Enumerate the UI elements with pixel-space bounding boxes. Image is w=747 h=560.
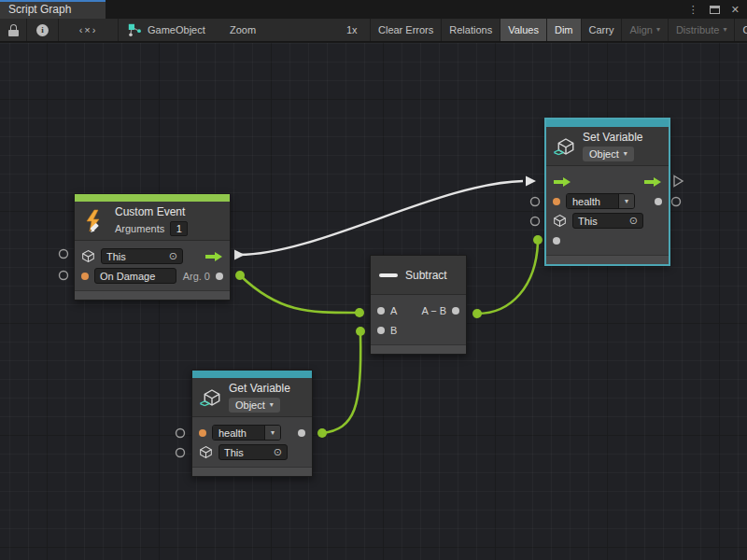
port-row-a: A A − B [371, 301, 466, 320]
gameobject-reference[interactable]: GameObject [119, 19, 223, 41]
scope-value: Object [589, 148, 619, 160]
overview-button[interactable]: Overview [735, 19, 747, 41]
node-title: Custom Event [115, 205, 188, 218]
field-value: This [578, 216, 598, 227]
variable-name-value: health [567, 194, 618, 208]
port-row-name: health ▾ [546, 191, 669, 211]
relations-button[interactable]: Relations [442, 19, 500, 41]
external-port-circle[interactable] [60, 272, 68, 280]
node-ports: health ▾ This ⊙ [546, 166, 669, 255]
maximize-icon[interactable] [710, 6, 720, 14]
external-flow-port-triangle[interactable] [674, 176, 683, 187]
flow-out-arrow-icon[interactable] [643, 176, 662, 188]
button-label: Dim [555, 24, 573, 35]
flow-out-arrow-icon[interactable] [204, 251, 223, 262]
align-button[interactable]: Align ▾ [622, 19, 668, 41]
code-view-button[interactable]: ‹×› [59, 19, 119, 41]
toolbar-buttons: Clear Errors Relations Values Dim Carry … [370, 19, 747, 41]
gameobject-cube-icon [199, 445, 213, 459]
name-port[interactable] [553, 198, 560, 205]
subtract-icon [379, 273, 398, 277]
scope-value: Object [235, 399, 265, 411]
node-title: Get Variable [229, 382, 290, 395]
node-custom-event[interactable]: Custom Event Arguments 1 This ⊙ [74, 193, 231, 301]
unity-graph-window: Script Graph ⋮ ✕ i ‹×› [0, 0, 747, 560]
arguments-count-field[interactable]: 1 [170, 221, 188, 236]
clear-errors-button[interactable]: Clear Errors [370, 19, 442, 41]
target-object-field[interactable]: This ⊙ [218, 444, 288, 460]
node-set-variable[interactable]: <> Set Variable Object ▾ [545, 119, 669, 265]
value-input-port[interactable] [553, 237, 560, 245]
variable-icon: <> [201, 388, 221, 407]
variable-name-dropdown[interactable]: health ▾ [212, 425, 281, 441]
lock-button[interactable] [0, 19, 27, 41]
variable-name-value: health [213, 426, 264, 440]
value-wire-getvariable-to-subtract-b[interactable] [322, 334, 360, 433]
wire-dot[interactable] [356, 327, 365, 336]
external-port-circle[interactable] [531, 217, 540, 226]
tab-script-graph[interactable]: Script Graph [0, 0, 106, 19]
wire-dot[interactable] [355, 308, 364, 317]
target-object-field[interactable]: This ⊙ [101, 248, 183, 264]
flow-wire-customevent-to-setvariable[interactable] [239, 181, 523, 255]
output-port[interactable] [452, 307, 459, 315]
value-wire-subtract-to-setvariable[interactable] [477, 243, 538, 314]
variable-scope-dropdown[interactable]: Object ▾ [583, 147, 634, 161]
object-picker-icon[interactable]: ⊙ [629, 216, 638, 226]
gameobject-label: GameObject [148, 24, 205, 35]
button-label: Overview [742, 24, 747, 35]
port-row-target: This ⊙ [192, 442, 312, 462]
external-port-circle[interactable] [176, 449, 185, 457]
value-output-port[interactable] [655, 198, 662, 205]
flow-port-out-custom-event[interactable] [234, 250, 245, 260]
external-port-circle[interactable] [672, 198, 681, 206]
node-header: <> Set Variable Object ▾ [546, 127, 669, 166]
node-ports: health ▾ This ⊙ [192, 417, 312, 467]
event-port[interactable] [81, 273, 89, 280]
value-output-port[interactable] [298, 429, 305, 437]
flow-port-in-set-variable[interactable] [526, 176, 536, 187]
field-value: This [224, 447, 244, 458]
wire-dot[interactable] [317, 428, 327, 438]
button-label: Carry [589, 24, 614, 35]
node-title: Subtract [405, 269, 447, 282]
value-wire-arg0-to-subtract-a[interactable] [240, 275, 358, 313]
input-b-port[interactable] [377, 327, 385, 334]
flow-in-arrow-icon[interactable] [553, 176, 571, 188]
info-button[interactable]: i [27, 19, 59, 41]
external-port-circle[interactable] [176, 429, 185, 438]
name-port[interactable] [199, 429, 206, 437]
node-footer [192, 467, 312, 476]
node-color-bar [75, 194, 230, 202]
external-port-circle[interactable] [60, 250, 68, 259]
button-label: Values [508, 24, 539, 35]
variable-scope-dropdown[interactable]: Object ▾ [229, 398, 280, 413]
arg0-output-port[interactable] [216, 273, 223, 280]
close-icon[interactable]: ✕ [731, 4, 740, 16]
menu-dots-icon[interactable]: ⋮ [688, 4, 698, 16]
graph-canvas[interactable]: Custom Event Arguments 1 This ⊙ [0, 43, 747, 560]
wire-dot[interactable] [533, 235, 543, 245]
wire-dot[interactable] [235, 271, 245, 280]
node-subtract[interactable]: Subtract A A − B B [370, 255, 467, 355]
object-picker-icon[interactable]: ⊙ [274, 447, 282, 457]
variable-name-dropdown[interactable]: health ▾ [566, 193, 635, 209]
chevron-down-icon: ▾ [270, 401, 274, 409]
node-ports: This ⊙ On Damage Arg. 0 [75, 241, 230, 290]
dim-button[interactable]: Dim [547, 19, 582, 41]
values-button[interactable]: Values [500, 19, 547, 41]
carry-button[interactable]: Carry [582, 19, 623, 41]
node-get-variable[interactable]: <> Get Variable Object ▾ health ▾ [191, 370, 313, 477]
variable-icon: <> [555, 137, 575, 156]
target-object-field[interactable]: This ⊙ [572, 213, 643, 229]
event-name-field[interactable]: On Damage [94, 268, 176, 284]
external-port-circle[interactable] [531, 198, 540, 206]
tab-bar: Script Graph ⋮ ✕ [0, 0, 747, 19]
wire-dot[interactable] [472, 309, 482, 318]
chevron-down-icon: ▾ [264, 426, 280, 440]
arguments-label: Arguments [115, 223, 164, 234]
object-picker-icon[interactable]: ⊙ [169, 251, 177, 261]
distribute-button[interactable]: Distribute ▾ [669, 19, 735, 41]
input-a-port[interactable] [377, 307, 385, 315]
node-footer [75, 290, 230, 300]
